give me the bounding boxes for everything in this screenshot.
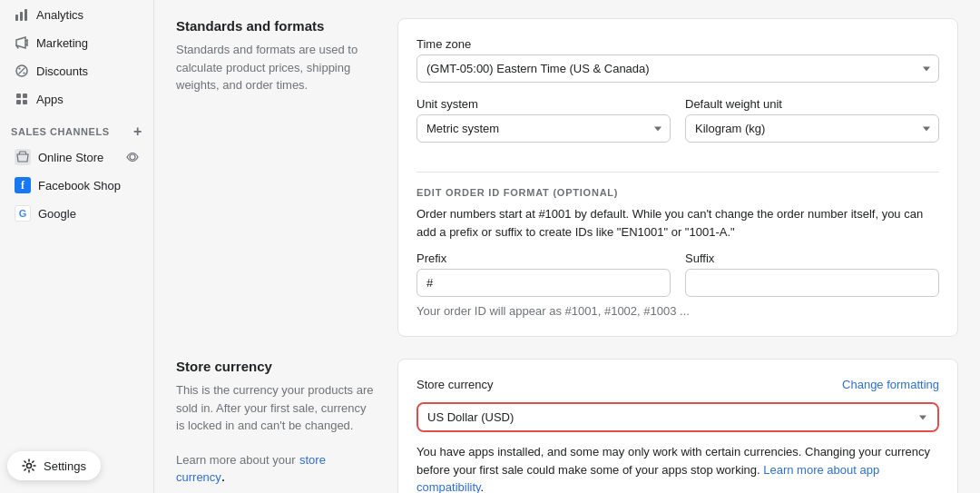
- settings-label: Settings: [44, 459, 86, 473]
- channels-section-label: SALES CHANNELS: [11, 126, 110, 137]
- order-id-section: EDIT ORDER ID FORMAT (OPTIONAL) Order nu…: [416, 172, 939, 318]
- facebook-icon: f: [15, 177, 31, 193]
- prefix-label: Prefix: [416, 251, 671, 265]
- sidebar-item-discounts-label: Discounts: [36, 64, 88, 78]
- timezone-group: Time zone (GMT-05:00) Eastern Time (US &…: [416, 37, 939, 83]
- svg-rect-4: [16, 94, 21, 98]
- suffix-group: Suffix: [685, 251, 939, 297]
- currency-warning-period: .: [481, 480, 485, 493]
- online-store-visibility-icon[interactable]: [126, 151, 139, 163]
- timezone-select[interactable]: (GMT-05:00) Eastern Time (US & Canada): [416, 54, 939, 83]
- sidebar-item-analytics-label: Analytics: [36, 8, 83, 22]
- sidebar-item-google[interactable]: G Google: [4, 200, 150, 227]
- online-store-label: Online Store: [38, 151, 103, 164]
- currency-card-label: Store currency: [416, 378, 494, 391]
- default-weight-select-wrapper: Kilogram (kg): [685, 114, 939, 143]
- svg-rect-2: [24, 9, 27, 21]
- sidebar-item-apps-label: Apps: [36, 93, 64, 106]
- store-currency-card: Store currency Change formatting US Doll…: [397, 359, 958, 493]
- store-currency-section-desc: This is the currency your products are s…: [176, 381, 376, 435]
- sidebar-item-facebook-shop[interactable]: f Facebook Shop: [4, 172, 150, 199]
- standards-card: Time zone (GMT-05:00) Eastern Time (US &…: [397, 18, 958, 337]
- store-currency-section-title: Store currency: [176, 359, 376, 374]
- store-currency-section: Store currency This is the currency your…: [176, 359, 958, 493]
- svg-rect-7: [23, 100, 27, 104]
- channels-section-header: SALES CHANNELS +: [0, 113, 153, 143]
- sidebar: Analytics Marketing Discounts: [0, 0, 154, 493]
- unit-weight-row: Unit system Metric system Default weight…: [416, 97, 939, 157]
- unit-system-select-wrapper: Metric system: [416, 114, 671, 143]
- prefix-group: Prefix #: [416, 251, 671, 297]
- settings-button[interactable]: Settings: [7, 451, 101, 480]
- facebook-shop-label: Facebook Shop: [38, 179, 121, 192]
- standards-section-info: Standards and formats Standards and form…: [176, 18, 376, 337]
- sidebar-item-apps[interactable]: Apps: [4, 85, 150, 113]
- currency-header: Store currency Change formatting: [416, 378, 939, 391]
- unit-system-group: Unit system Metric system: [416, 97, 671, 143]
- suffix-input[interactable]: [685, 269, 939, 297]
- order-id-description: Order numbers start at #1001 by default.…: [416, 205, 939, 241]
- svg-rect-5: [23, 94, 27, 98]
- unit-system-select[interactable]: Metric system: [416, 114, 671, 143]
- timezone-label: Time zone: [416, 37, 939, 51]
- unit-system-label: Unit system: [416, 97, 671, 111]
- store-currency-link-prefix: Learn more about your: [176, 453, 296, 467]
- change-formatting-link[interactable]: Change formatting: [842, 378, 939, 391]
- prefix-input[interactable]: #: [416, 269, 671, 297]
- svg-rect-6: [16, 100, 21, 104]
- order-id-title: EDIT ORDER ID FORMAT (OPTIONAL): [416, 187, 939, 198]
- svg-rect-0: [15, 15, 18, 21]
- svg-point-9: [27, 464, 32, 468]
- timezone-select-wrapper: (GMT-05:00) Eastern Time (US & Canada): [416, 54, 939, 83]
- store-icon: [15, 149, 31, 165]
- default-weight-group: Default weight unit Kilogram (kg): [685, 97, 939, 143]
- default-weight-label: Default weight unit: [685, 97, 939, 111]
- svg-rect-1: [20, 12, 23, 21]
- sidebar-item-discounts[interactable]: Discounts: [4, 57, 150, 84]
- currency-warning: You have apps installed, and some may on…: [416, 443, 939, 493]
- prefix-suffix-row: Prefix # Suffix: [416, 251, 939, 297]
- analytics-icon: [15, 7, 29, 22]
- currency-select[interactable]: US Dollar (USD): [418, 404, 937, 430]
- sidebar-item-marketing[interactable]: Marketing: [4, 29, 150, 56]
- main-content: Standards and formats Standards and form…: [154, 0, 980, 493]
- gear-icon: [22, 458, 36, 473]
- standards-section-desc: Standards and formats are used to calcul…: [176, 41, 376, 94]
- sidebar-item-marketing-label: Marketing: [36, 36, 88, 50]
- standards-section-title: Standards and formats: [176, 18, 376, 34]
- discounts-icon: [15, 64, 29, 78]
- currency-select-wrapper: US Dollar (USD): [416, 402, 939, 432]
- apps-icon: [15, 92, 29, 106]
- store-currency-link-dot: .: [221, 468, 225, 484]
- sidebar-item-online-store[interactable]: Online Store: [4, 143, 150, 171]
- sidebar-item-analytics[interactable]: Analytics: [4, 1, 150, 28]
- default-weight-select[interactable]: Kilogram (kg): [685, 114, 939, 143]
- suffix-label: Suffix: [685, 251, 939, 265]
- google-icon: G: [15, 205, 31, 222]
- add-channel-button[interactable]: +: [133, 124, 142, 139]
- store-currency-section-info: Store currency This is the currency your…: [176, 359, 376, 493]
- marketing-icon: [15, 35, 29, 50]
- order-preview: Your order ID will appear as #1001, #100…: [416, 304, 939, 318]
- standards-section: Standards and formats Standards and form…: [176, 18, 958, 337]
- svg-point-8: [130, 154, 135, 160]
- google-label: Google: [38, 207, 76, 221]
